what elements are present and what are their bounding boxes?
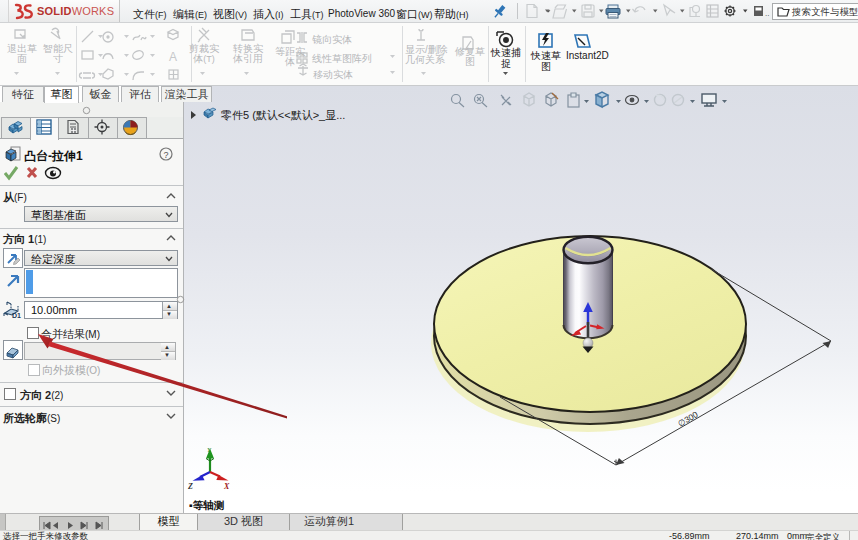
svg-text:X: X xyxy=(223,482,230,491)
svg-text:A: A xyxy=(169,50,177,64)
svg-text:..: .. xyxy=(765,9,769,18)
svg-text:SOLIDWORKS: SOLIDWORKS xyxy=(37,5,114,17)
svg-text:D1: D1 xyxy=(12,312,21,319)
svg-text:Z: Z xyxy=(187,482,193,491)
svg-text:?: ? xyxy=(164,150,169,160)
